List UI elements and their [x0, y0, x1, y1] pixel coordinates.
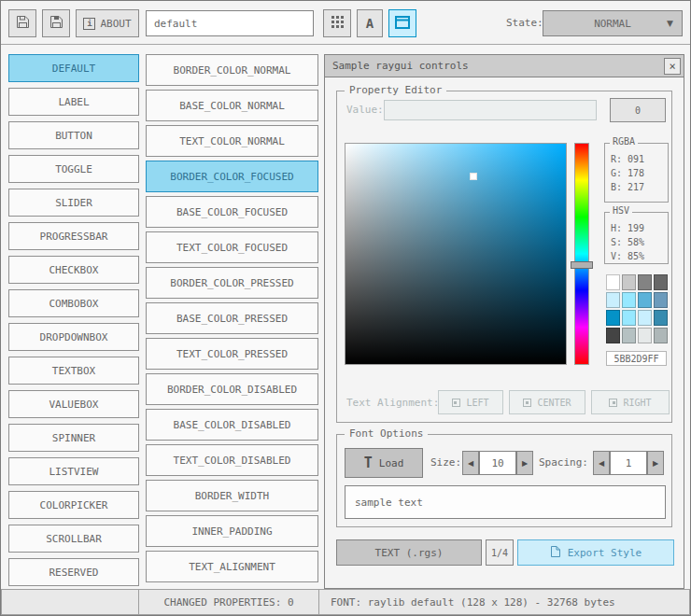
- sample-text-box[interactable]: sample text: [345, 485, 666, 519]
- palette-swatch-11[interactable]: [654, 310, 668, 326]
- palette-swatch-10[interactable]: [638, 310, 652, 326]
- hue-slider-handle[interactable]: [571, 261, 593, 269]
- property-item-text-color-normal[interactable]: TEXT_COLOR_NORMAL: [146, 125, 318, 157]
- property-item-base-color-pressed[interactable]: BASE_COLOR_PRESSED: [146, 302, 318, 334]
- palette-swatch-7[interactable]: [654, 292, 668, 308]
- controls-list: DEFAULTLABELBUTTONTOGGLESLIDERPROGRESSBA…: [8, 54, 139, 592]
- control-item-toggle[interactable]: TOGGLE: [8, 155, 139, 183]
- property-item-base-color-disabled[interactable]: BASE_COLOR_DISABLED: [146, 409, 318, 441]
- export-style-button[interactable]: Export Style: [517, 539, 674, 566]
- property-item-base-color-normal[interactable]: BASE_COLOR_NORMAL: [146, 90, 318, 121]
- palette-swatch-12[interactable]: [606, 328, 620, 343]
- align-left-button[interactable]: LEFT: [438, 390, 503, 414]
- property-item-border-color-pressed[interactable]: BORDER_COLOR_PRESSED: [146, 267, 318, 299]
- rgba-label: RGBA: [610, 136, 638, 147]
- hex-value[interactable]: 5BB2D9FF: [606, 351, 667, 366]
- control-item-scrollbar[interactable]: SCROLLBAR: [8, 525, 139, 553]
- close-button[interactable]: ×: [664, 58, 681, 75]
- load-font-button[interactable]: T Load: [345, 448, 423, 478]
- value-button[interactable]: 0: [610, 98, 666, 122]
- palette-swatch-3[interactable]: [654, 274, 668, 290]
- spacing-decrement-button[interactable]: ◀: [593, 451, 610, 475]
- control-item-colorpicker[interactable]: COLORPICKER: [8, 491, 139, 519]
- hsv-label: HSV: [610, 205, 632, 216]
- export-style-label: Export Style: [568, 547, 642, 559]
- palette-swatch-13[interactable]: [622, 328, 636, 343]
- rgba-g: G: 178: [605, 166, 668, 180]
- statusbar: CHANGED PROPERTIES: 0 FONT: raylib defau…: [1, 589, 690, 615]
- spacing-increment-button[interactable]: ▶: [647, 451, 664, 475]
- control-item-button[interactable]: BUTTON: [8, 121, 139, 149]
- chevron-down-icon: ▼: [667, 19, 673, 28]
- palette-swatch-14[interactable]: [638, 328, 652, 343]
- font-options-label: Font Options: [345, 427, 428, 440]
- style-table-button[interactable]: [323, 9, 351, 37]
- rgba-r: R: 091: [605, 152, 668, 166]
- control-item-textbox[interactable]: TEXTBOX: [8, 357, 139, 385]
- palette-swatch-4[interactable]: [606, 292, 620, 308]
- palette-swatch-0[interactable]: [606, 274, 620, 290]
- arrow-left-icon: ◀: [599, 459, 604, 468]
- spacing-label: Spacing:: [539, 456, 588, 469]
- save-style-button[interactable]: [42, 9, 70, 37]
- control-item-dropdownbox[interactable]: DROPDOWNBOX: [8, 323, 139, 351]
- state-dropdown[interactable]: NORMAL ▼: [543, 10, 683, 36]
- control-item-reserved[interactable]: RESERVED: [8, 558, 139, 586]
- control-item-progressbar[interactable]: PROGRESSBAR: [8, 222, 139, 250]
- value-button-label: 0: [635, 105, 641, 116]
- property-item-base-color-focused[interactable]: BASE_COLOR_FOCUSED: [146, 196, 318, 228]
- about-button[interactable]: i ABOUT: [76, 9, 139, 37]
- control-item-spinner[interactable]: SPINNER: [8, 424, 139, 452]
- control-item-combobox[interactable]: COMBOBOX: [8, 289, 139, 317]
- align-right-button[interactable]: RIGHT: [591, 390, 670, 414]
- control-item-valuebox[interactable]: VALUEBOX: [8, 390, 139, 418]
- property-item-text-alignment[interactable]: TEXT_ALIGNMENT: [146, 551, 318, 582]
- state-label: State:: [506, 17, 543, 29]
- palette-swatch-8[interactable]: [606, 310, 620, 326]
- load-style-button[interactable]: [8, 9, 36, 37]
- font-editor-button[interactable]: A: [357, 9, 383, 37]
- style-name-input[interactable]: [146, 10, 314, 36]
- palette-swatch-2[interactable]: [638, 274, 652, 290]
- hue-bar[interactable]: [574, 143, 589, 365]
- property-item-border-width[interactable]: BORDER_WIDTH: [146, 480, 318, 511]
- align-right-icon: [609, 399, 617, 407]
- spacing-value[interactable]: 1: [610, 451, 647, 475]
- size-decrement-button[interactable]: ◀: [462, 451, 479, 475]
- statusbar-font-info: FONT: raylib default (128 x 128) - 32768…: [318, 589, 690, 615]
- property-item-border-color-normal[interactable]: BORDER_COLOR_NORMAL: [146, 54, 318, 86]
- property-item-border-color-focused[interactable]: BORDER_COLOR_FOCUSED: [146, 161, 318, 192]
- export-format-button[interactable]: TEXT (.rgs): [336, 539, 482, 566]
- palette-swatch-9[interactable]: [622, 310, 636, 326]
- control-item-checkbox[interactable]: CHECKBOX: [8, 256, 139, 284]
- size-increment-button[interactable]: ▶: [516, 451, 533, 475]
- size-value[interactable]: 10: [479, 451, 516, 475]
- control-item-slider[interactable]: SLIDER: [8, 189, 139, 217]
- property-item-text-color-focused[interactable]: TEXT_COLOR_FOCUSED: [146, 231, 318, 263]
- text-alignment-label: Text Alignment:: [346, 397, 439, 409]
- value-input[interactable]: [384, 100, 597, 120]
- property-item-text-color-disabled[interactable]: TEXT_COLOR_DISABLED: [146, 444, 318, 476]
- color-panel[interactable]: [345, 143, 567, 365]
- control-item-label[interactable]: LABEL: [8, 88, 139, 116]
- test-window-button[interactable]: [388, 9, 416, 37]
- palette-swatch-6[interactable]: [638, 292, 652, 308]
- property-item-text-color-pressed[interactable]: TEXT_COLOR_PRESSED: [146, 338, 318, 370]
- color-cursor[interactable]: [470, 173, 477, 180]
- control-item-default[interactable]: DEFAULT: [8, 54, 139, 82]
- rgba-b: B: 217: [605, 180, 668, 194]
- palette-swatch-15[interactable]: [654, 328, 668, 343]
- property-item-inner-padding[interactable]: INNER_PADDING: [146, 515, 318, 547]
- page-indicator-button[interactable]: 1/4: [486, 539, 514, 566]
- rguistyler-app: i ABOUT A State:: [0, 0, 691, 616]
- arrow-right-icon: ▶: [522, 459, 528, 468]
- align-center-button[interactable]: CENTER: [509, 390, 585, 414]
- palette-swatch-5[interactable]: [622, 292, 636, 308]
- hsv-group: HSV H: 199 S: 58% V: 85%: [604, 212, 669, 264]
- statusbar-left: [1, 589, 139, 615]
- control-item-listview[interactable]: LISTVIEW: [8, 457, 139, 485]
- properties-list: BORDER_COLOR_NORMALBASE_COLOR_NORMALTEXT…: [146, 54, 318, 586]
- export-format-label: TEXT (.rgs): [375, 547, 444, 559]
- property-item-border-color-disabled[interactable]: BORDER_COLOR_DISABLED: [146, 373, 318, 405]
- palette-swatch-1[interactable]: [622, 274, 636, 290]
